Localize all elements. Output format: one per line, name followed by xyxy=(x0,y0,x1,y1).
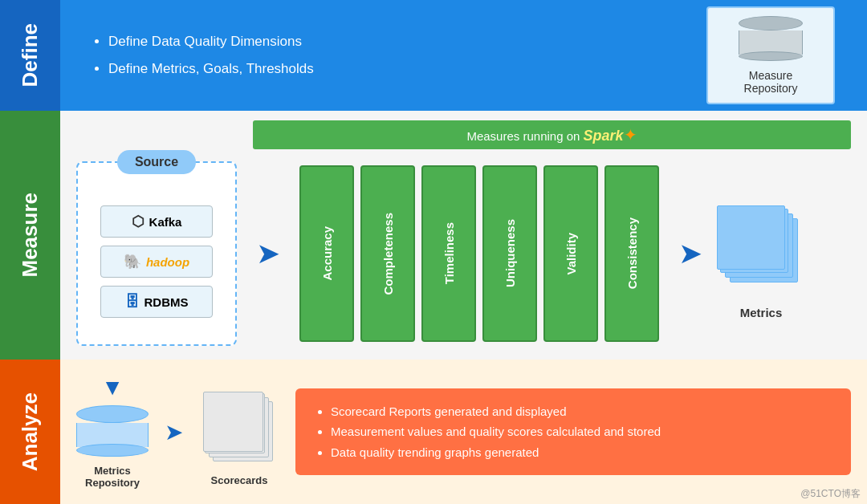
metrics-repo-to-scorecards-arrow: ➤ xyxy=(165,419,183,445)
analyze-bullets: Scorecard Reports generated and displaye… xyxy=(331,401,832,463)
source-label: Source xyxy=(135,155,178,169)
spark-word: Spark xyxy=(584,128,624,144)
cylinder-icon xyxy=(739,16,803,64)
bar-accuracy: Accuracy xyxy=(299,165,354,342)
kafka-label: Kafka xyxy=(149,215,182,229)
rdbms-icon: 🗄 xyxy=(125,294,140,311)
metrics-area: Metrics xyxy=(717,205,805,302)
define-content: Define Data Quality Dimensions Define Me… xyxy=(60,0,867,111)
metrics-label: Metrics xyxy=(740,306,783,319)
define-bullet-2: Define Metrics, Goals, Thresholds xyxy=(108,55,314,83)
scorecards-stack: Scorecards xyxy=(203,392,275,472)
watermark: @51CTO博客 xyxy=(800,487,861,501)
bar-label-uniqueness: Uniqueness xyxy=(503,219,517,287)
define-bullets: Define Data Quality Dimensions Define Me… xyxy=(92,28,314,83)
hadoop-source-item: 🐘 hadoop xyxy=(100,246,213,278)
measure-content: Measures running on Spark✦ Source ⬡ Kafk… xyxy=(60,111,867,360)
down-arrow-icon: ▼ xyxy=(101,375,124,400)
define-label: Define xyxy=(18,23,43,87)
scorecards-area: Scorecards xyxy=(199,388,279,476)
spark-star: ✦ xyxy=(624,126,637,144)
define-label-bar: Define xyxy=(0,0,60,111)
kafka-icon: ⬡ xyxy=(132,213,144,230)
measure-inner: Source ⬡ Kafka 🐘 hadoop 🗄 R xyxy=(76,157,851,350)
metrics-repo-area: Metrics Repository xyxy=(76,405,149,489)
bar-label-accuracy: Accuracy xyxy=(320,226,334,281)
analyze-content: ▼ Metrics Repository ➤ xyxy=(60,360,867,504)
analyze-label: Analyze xyxy=(18,392,43,471)
bar-label-consistency: Consistency xyxy=(625,217,639,289)
small-cyl-bottom xyxy=(76,444,149,457)
bar-consistency: Consistency xyxy=(604,165,659,342)
analyze-bullet-3: Data quality trending graphs generated xyxy=(331,442,832,463)
measure-repository-box: Measure Repository xyxy=(706,6,835,104)
bar-label-completeness: Completeness xyxy=(381,213,395,295)
bar-timeliness: Timeliness xyxy=(421,165,476,342)
bar-validity: Validity xyxy=(543,165,598,342)
metrics-stack xyxy=(717,205,797,286)
metrics-repo-label: Metrics Repository xyxy=(85,465,140,489)
analyze-info-box: Scorecard Reports generated and displaye… xyxy=(295,388,851,476)
define-bullet-1: Define Data Quality Dimensions xyxy=(108,28,314,55)
source-box: Source ⬡ Kafka 🐘 hadoop 🗄 R xyxy=(76,161,237,346)
analyze-label-bar: Analyze xyxy=(0,360,60,504)
rdbms-source-item: 🗄 RDBMS xyxy=(100,286,213,318)
analyze-bullet-1: Scorecard Reports generated and displaye… xyxy=(331,401,832,422)
define-row: Define Define Data Quality Dimensions De… xyxy=(0,0,867,111)
hadoop-label: hadoop xyxy=(146,255,189,269)
source-to-bars-arrow: ➤ xyxy=(256,237,280,270)
metrics-sheet-1 xyxy=(717,205,785,270)
green-bars: Accuracy Completeness Timeliness Uniquen… xyxy=(299,165,659,342)
spark-banner: Measures running on Spark✦ xyxy=(253,120,851,149)
measure-repo-label: Measure Repository xyxy=(744,69,798,95)
measure-row: Measure Measures running on Spark✦ Sourc… xyxy=(0,111,867,360)
small-cyl-top xyxy=(76,405,149,423)
rdbms-label: RDBMS xyxy=(144,295,189,309)
bar-uniqueness: Uniqueness xyxy=(482,165,537,342)
right-section: ➤ Metrics xyxy=(672,205,805,302)
measure-label: Measure xyxy=(18,193,43,278)
source-items: ⬡ Kafka 🐘 hadoop 🗄 RDBMS xyxy=(86,205,227,318)
scorecard-sheet-1 xyxy=(203,392,263,452)
kafka-source-item: ⬡ Kafka xyxy=(100,205,213,238)
source-bubble: Source xyxy=(117,150,196,174)
bar-label-validity: Validity xyxy=(564,233,578,275)
bar-completeness: Completeness xyxy=(360,165,415,342)
main-container: Define Define Data Quality Dimensions De… xyxy=(0,0,867,504)
spark-banner-text: Measures running on xyxy=(466,129,580,143)
cylinder-bottom xyxy=(739,51,803,61)
bars-to-metrics-arrow: ➤ xyxy=(678,237,702,270)
cylinder-top xyxy=(739,16,803,30)
bar-label-timeliness: Timeliness xyxy=(442,222,456,284)
analyze-row: Analyze ▼ Metrics Repository xyxy=(0,360,867,504)
scorecards-label: Scorecards xyxy=(211,474,268,486)
analyze-left: ▼ Metrics Repository xyxy=(76,375,149,489)
measure-label-bar: Measure xyxy=(0,111,60,360)
metrics-repo-cylinder xyxy=(76,405,149,461)
hadoop-icon: 🐘 xyxy=(124,253,141,270)
analyze-bullet-2: Measurement values and quality scores ca… xyxy=(331,421,832,442)
